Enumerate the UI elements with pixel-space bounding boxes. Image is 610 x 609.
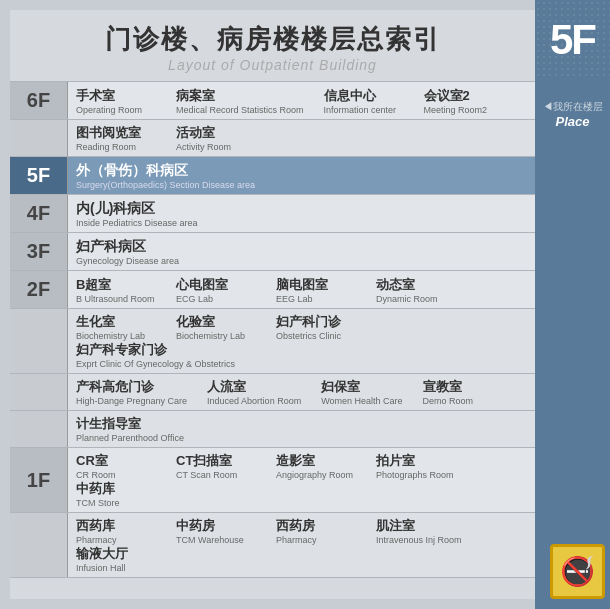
you-are-here-section: ◀我所在楼层 Place [539, 100, 607, 129]
floor-content: 生化室Biochemistry Lab化验室Biochemistry Lab妇产… [68, 309, 535, 373]
floor-row: 图书阅览室Reading Room活动室Activity Room [10, 120, 535, 157]
room-item: 动态室Dynamic Room [376, 276, 456, 304]
room-name-zh: 心电图室 [176, 276, 256, 294]
room-name-zh: 会议室2 [424, 87, 504, 105]
room-name-en: Activity Room [176, 142, 256, 152]
room-name-zh: 中药库 [76, 480, 156, 498]
room-name-zh: 宣教室 [423, 378, 503, 396]
room-item: CR室CR Room [76, 452, 156, 480]
room-name-zh: 病案室 [176, 87, 304, 105]
room-name-en: Intravenous Inj Room [376, 535, 462, 545]
floor-content: 计生指导室Planned Parenthood Office [68, 411, 535, 447]
room-name-en: Angiography Room [276, 470, 356, 480]
room-name-zh: 外（骨伤）科病区 [76, 162, 255, 180]
room-name-en: Pharmacy [76, 535, 156, 545]
room-name-en: Pharmacy [276, 535, 356, 545]
floor-row: 1FCR室CR RoomCT扫描室CT Scan Room造影室Angiogra… [10, 448, 535, 513]
room-name-zh: 生化室 [76, 313, 156, 331]
room-name-zh: 造影室 [276, 452, 356, 470]
floor-label-2F: 2F [10, 271, 68, 308]
room-item: 手术室Operating Room [76, 87, 156, 115]
room-item: 外（骨伤）科病区Surgery(Orthopaedics) Section Di… [76, 162, 255, 190]
room-item: 中药房TCM Warehouse [176, 517, 256, 545]
room-name-zh: 拍片室 [376, 452, 456, 470]
room-name-en: Photographs Room [376, 470, 456, 480]
you-are-here-zh: ◀我所在楼层 [543, 100, 603, 114]
room-name-en: CR Room [76, 470, 156, 480]
room-name-en: Meeting Room2 [424, 105, 504, 115]
room-item: 人流室Induced Abortion Room [207, 378, 301, 406]
no-smoking-sign: 🚭 [550, 544, 605, 599]
floor-label-2F [10, 374, 68, 410]
room-name-en: Dynamic Room [376, 294, 456, 304]
room-item: 产科高危门诊High-Dange Pregnany Care [76, 378, 187, 406]
room-name-en: Planned Parenthood Office [76, 433, 184, 443]
title-zh: 门诊楼、病房楼楼层总索引 [30, 22, 515, 57]
floor-number-display: 5F [535, 0, 610, 80]
floor-row: 5F外（骨伤）科病区Surgery(Orthopaedics) Section … [10, 157, 535, 195]
room-item: 妇保室Women Health Care [321, 378, 402, 406]
floor-content: 妇产科病区Gynecology Disease area [68, 233, 535, 270]
room-name-en: Infusion Hall [76, 563, 156, 573]
room-name-en: Information center [324, 105, 404, 115]
room-name-zh: 图书阅览室 [76, 124, 156, 142]
room-name-zh: 输液大厅 [76, 545, 156, 563]
room-name-en: Reading Room [76, 142, 156, 152]
room-name-en: ECG Lab [176, 294, 256, 304]
floor-label-1F [10, 513, 68, 577]
floor-content: 手术室Operating Room病案室Medical Record Stati… [68, 82, 535, 119]
room-item: 化验室Biochemistry Lab [176, 313, 256, 341]
room-name-zh: 妇产科专家门诊 [76, 341, 235, 359]
floor-content: CR室CR RoomCT扫描室CT Scan Room造影室Angiograph… [68, 448, 535, 512]
floor-row: 2FB超室B Ultrasound Room心电图室ECG Lab脑电图室EEG… [10, 271, 535, 309]
room-item: 活动室Activity Room [176, 124, 256, 152]
no-smoking-icon: 🚭 [560, 555, 595, 588]
floor-row: 西药库Pharmacy中药房TCM Warehouse西药房Pharmacy肌注… [10, 513, 535, 578]
floor-label-6F [10, 120, 68, 156]
floor-row: 6F手术室Operating Room病案室Medical Record Sta… [10, 82, 535, 120]
room-name-en: Women Health Care [321, 396, 402, 406]
room-name-zh: 中药房 [176, 517, 256, 535]
room-name-zh: 化验室 [176, 313, 256, 331]
room-name-zh: 妇产科病区 [76, 238, 179, 256]
room-name-zh: 计生指导室 [76, 415, 184, 433]
room-name-zh: B超室 [76, 276, 156, 294]
floor-content: 产科高危门诊High-Dange Pregnany Care人流室Induced… [68, 374, 535, 410]
room-name-en: TCM Warehouse [176, 535, 256, 545]
room-item: 宣教室Demo Room [423, 378, 503, 406]
room-item: 中药库TCM Store [76, 480, 156, 508]
room-name-en: Biochemistry Lab [176, 331, 256, 341]
room-name-zh: 内(儿)科病区 [76, 200, 198, 218]
room-name-zh: 妇产科门诊 [276, 313, 356, 331]
room-name-zh: 妇保室 [321, 378, 402, 396]
floor-table: 6F手术室Operating Room病案室Medical Record Sta… [10, 81, 535, 599]
floor-label-5F: 5F [10, 157, 68, 194]
room-name-en: Medical Record Statistics Room [176, 105, 304, 115]
room-name-en: TCM Store [76, 498, 156, 508]
room-name-en: Operating Room [76, 105, 156, 115]
room-name-zh: CT扫描室 [176, 452, 256, 470]
room-name-en: Gynecology Disease area [76, 256, 179, 266]
room-item: 造影室Angiography Room [276, 452, 356, 480]
room-name-en: Obstetrics Clinic [276, 331, 356, 341]
floor-row: 计生指导室Planned Parenthood Office [10, 411, 535, 448]
room-name-en: Inside Pediatrics Disease area [76, 218, 198, 228]
room-item: 信息中心Information center [324, 87, 404, 115]
room-item: 计生指导室Planned Parenthood Office [76, 415, 184, 443]
floor-row: 3F妇产科病区Gynecology Disease area [10, 233, 535, 271]
room-name-en: Demo Room [423, 396, 503, 406]
room-item: 会议室2Meeting Room2 [424, 87, 504, 115]
floor-label-2F [10, 411, 68, 447]
room-name-zh: 西药房 [276, 517, 356, 535]
floor-row: 生化室Biochemistry Lab化验室Biochemistry Lab妇产… [10, 309, 535, 374]
room-item: 拍片室Photographs Room [376, 452, 456, 480]
floor-label-1F: 1F [10, 448, 68, 512]
room-name-zh: CR室 [76, 452, 156, 470]
floor-content: B超室B Ultrasound Room心电图室ECG Lab脑电图室EEG L… [68, 271, 535, 308]
room-name-en: B Ultrasound Room [76, 294, 156, 304]
room-name-zh: 手术室 [76, 87, 156, 105]
room-item: 图书阅览室Reading Room [76, 124, 156, 152]
room-name-en: Exprt Clinic Of Gynecology & Obstetrics [76, 359, 235, 369]
floor-content: 内(儿)科病区Inside Pediatrics Disease area [68, 195, 535, 232]
floor-content: 图书阅览室Reading Room活动室Activity Room [68, 120, 535, 156]
